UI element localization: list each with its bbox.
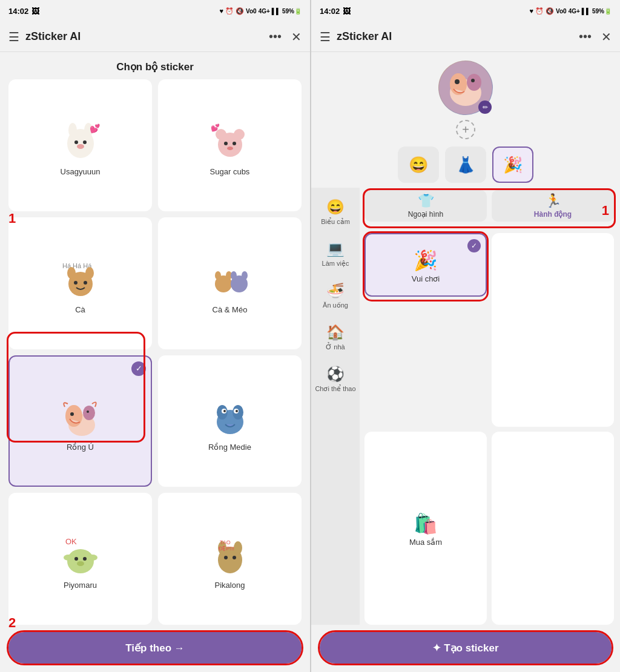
left-menu-icon[interactable]: ☰ — [8, 30, 19, 44]
left-close-icon[interactable]: ✕ — [291, 30, 302, 44]
action-empty-1[interactable] — [492, 233, 614, 427]
party-icon: 🎉 — [503, 156, 523, 174]
heart-icon: ♥ — [219, 7, 223, 15]
right-close-icon[interactable]: ✕ — [601, 30, 612, 44]
svg-point-17 — [85, 267, 94, 279]
svg-point-39 — [64, 555, 73, 561]
lam-viec-icon: 💻 — [326, 240, 345, 257]
sticker-card-ca[interactable]: Há Há Há Cà — [8, 217, 152, 349]
sticker-img-ca: Há Há Há — [58, 256, 103, 301]
sticker-label-ca: Cà — [75, 305, 85, 314]
vol-icon: 🔇 — [236, 7, 244, 15]
create-sticker-button[interactable]: ✦ Tạo sticker — [320, 632, 612, 664]
sticker-label-rong-medie: Rồng Medie — [208, 443, 251, 452]
battery: 59%🔋 — [282, 8, 302, 15]
sticker-img-sugar-cubs: 💕 — [207, 118, 252, 163]
sticker-card-ca-meo[interactable]: Cà & Méo — [158, 217, 302, 349]
avatar-section: ✏ + 😄 👗 🎉 — [311, 52, 620, 188]
sidebar-bieu-cam[interactable]: 😄 Biểu cảm — [311, 193, 360, 232]
left-phone-panel: 14:02 🖼 ♥ ⏰ 🔇 Vo0 4G+ ▌▌ 59%🔋 ☰ zSticker… — [0, 0, 310, 672]
svg-point-18 — [74, 281, 78, 285]
sidebar-an-uong[interactable]: 🍜 Ăn uống — [311, 276, 360, 315]
next-button[interactable]: Tiếp theo → — [8, 632, 302, 664]
category-icon-row: 😄 👗 🎉 — [398, 147, 533, 183]
subcat-ngoai-hinh[interactable]: 👕 Ngoại hình — [364, 190, 487, 222]
sticker-label-usagyuuun: Usagyuuun — [61, 167, 101, 176]
right-sidebar: 😄 Biểu cảm 💻 Làm việc 🍜 Ăn uống 🏠 Ở nhà … — [311, 188, 360, 625]
choi-the-thao-label: Chơi thể thao — [315, 385, 355, 393]
right-phone-panel: 14:02 🖼 ♥ ⏰ 🔇 Vo0 4G+ ▌▌ 59%🔋 ☰ zSticker… — [311, 0, 620, 672]
svg-point-29 — [83, 406, 95, 420]
o-nha-icon: 🏠 — [326, 324, 345, 341]
right-menu-icon[interactable]: ☰ — [320, 30, 331, 44]
ngoai-hinh-icon: 👕 — [418, 193, 434, 209]
right-alarm-icon: ⏰ — [535, 7, 544, 15]
sticker-card-rong-u[interactable]: ✓ Rồng Ú — [8, 355, 152, 487]
svg-point-4 — [83, 140, 87, 144]
vui-choi-icon: 🎉 — [414, 249, 438, 272]
avatar-edit-icon[interactable]: ✏ — [478, 100, 492, 114]
num-label-2-left: 2 — [8, 615, 16, 631]
mua-sam-label: Mua sắm — [409, 538, 442, 547]
sidebar-lam-viec[interactable]: 💻 Làm việc — [311, 234, 360, 274]
svg-point-42 — [83, 557, 87, 561]
signal-bars: ▌▌ — [272, 8, 280, 15]
right-heart-icon: ♥ — [529, 7, 533, 15]
svg-point-49 — [232, 556, 236, 559]
num-label-1-right: 1 — [602, 203, 609, 219]
svg-text:OK: OK — [65, 537, 77, 546]
mua-sam-icon: 🛍️ — [414, 512, 438, 535]
left-more-icon[interactable]: ••• — [269, 30, 282, 44]
left-time: 14:02 — [8, 7, 28, 16]
right-bottom-area: ✦ Tạo sticker — [311, 625, 620, 672]
sticker-card-rong-medie[interactable]: Rồng Medie — [158, 355, 302, 487]
num-label-1-left: 1 — [8, 211, 16, 226]
right-status-time: 14:02 🖼 — [320, 7, 351, 16]
sticker-card-sugar-cubs[interactable]: 💕 Sugar cubs — [158, 79, 302, 211]
network-4g: 4G+ — [259, 8, 270, 15]
sticker-label-piyomaru: Piyomaru — [64, 581, 97, 590]
svg-text:TAO: TAO — [220, 539, 231, 545]
cat-btn-dress[interactable]: 👗 — [445, 147, 486, 183]
left-app-header: ☰ zSticker AI ••• ✕ — [0, 22, 310, 52]
sticker-label-pikalong: Pikalong — [215, 581, 245, 590]
left-header-left: ☰ zSticker AI — [8, 30, 81, 44]
cat-btn-party[interactable]: 🎉 — [492, 147, 533, 183]
right-status-bar: 14:02 🖼 ♥ ⏰ 🔇 Vo0 4G+ ▌▌ 59%🔋 — [311, 0, 620, 22]
vui-choi-label: Vui chơi — [412, 274, 440, 283]
right-main: 👕 Ngoại hình 🏃 Hành động ✓ 🎉 — [360, 188, 620, 625]
sticker-label-rong-u: Rồng Ú — [67, 443, 94, 452]
alarm-icon: ⏰ — [225, 7, 234, 15]
left-header-right: ••• ✕ — [269, 30, 302, 44]
svg-text:💕: 💕 — [90, 124, 101, 134]
vui-choi-check: ✓ — [467, 239, 481, 252]
svg-point-28 — [70, 412, 74, 416]
svg-point-47 — [234, 541, 242, 555]
action-grid: ✓ 🎉 Vui chơi 🛍️ Mua sắm — [364, 233, 614, 625]
svg-point-56 — [467, 74, 481, 91]
avatar-circle[interactable]: ✏ — [438, 61, 493, 115]
subcategory-row: 👕 Ngoại hình 🏃 Hành động — [364, 190, 614, 222]
add-avatar-button[interactable]: + — [456, 120, 475, 139]
right-app-header: ☰ zSticker AI ••• ✕ — [311, 22, 620, 52]
sticker-card-usagyuuun[interactable]: 💕 Usagyuuun — [8, 79, 152, 211]
svg-point-43 — [77, 561, 84, 566]
sidebar-o-nha[interactable]: 🏠 Ở nhà — [311, 318, 360, 357]
ngoai-hinh-label: Ngoại hình — [408, 210, 443, 219]
cat-btn-emoji[interactable]: 😄 — [398, 147, 439, 183]
right-more-icon[interactable]: ••• — [579, 30, 592, 44]
subcat-hanh-dong[interactable]: 🏃 Hành động — [492, 190, 614, 222]
sticker-card-pikalong[interactable]: TAOĐẸP!!! Pikalong — [158, 493, 302, 625]
sidebar-choi-the-thao[interactable]: ⚽ Chơi thể thao — [311, 360, 360, 399]
action-vui-choi[interactable]: ✓ 🎉 Vui chơi — [364, 233, 487, 297]
svg-point-16 — [67, 267, 76, 279]
left-page-title: Chọn bộ sticker — [0, 52, 310, 79]
action-mua-sam[interactable]: 🛍️ Mua sắm — [364, 432, 487, 625]
svg-point-3 — [74, 140, 78, 144]
action-empty-2[interactable] — [492, 432, 614, 625]
sticker-card-piyomaru[interactable]: OK Piyomaru — [8, 493, 152, 625]
vui-choi-wrapper: ✓ 🎉 Vui chơi — [364, 233, 487, 427]
hanh-dong-label: Hành động — [534, 210, 572, 219]
svg-point-41 — [74, 557, 78, 561]
svg-point-48 — [224, 556, 228, 559]
